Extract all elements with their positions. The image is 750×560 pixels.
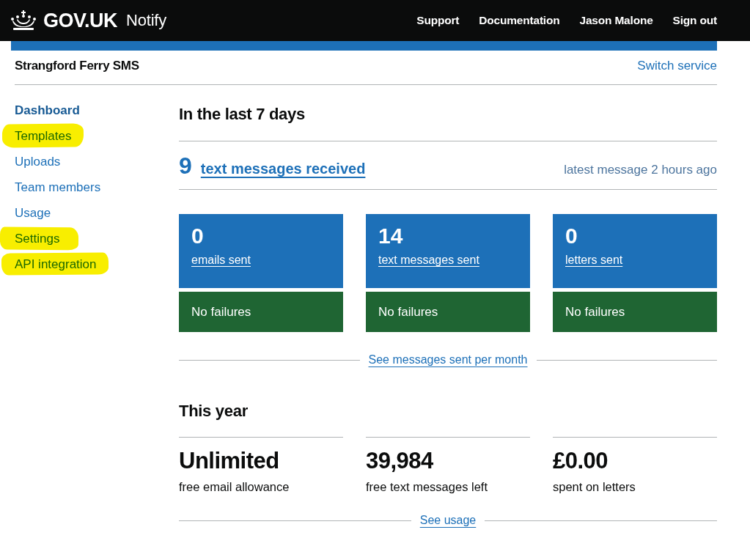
message-stat-cards: 0 emails sent No failures 14 text messag… [179,214,717,332]
letters-spend-label: spent on letters [553,480,717,494]
nav-user-link[interactable]: Jason Malone [580,14,653,27]
service-row: Strangford Ferry SMS Switch service [15,51,717,85]
letters-spend-stat: £0.00 spent on letters [553,437,717,494]
latest-message-timestamp: latest message 2 hours ago [564,163,717,177]
letters-card: 0 letters sent No failures [553,214,717,332]
see-messages-per-month-row: See messages sent per month [179,353,717,366]
emails-failures-box: No failures [179,292,343,332]
sidebar-item-usage[interactable]: Usage [15,207,179,219]
sidebar-item-dashboard-label[interactable]: Dashboard [15,103,80,117]
divider [179,360,360,361]
sidebar-item-dashboard[interactable]: Dashboard [15,104,179,117]
received-count: 9 [179,154,192,177]
divider [179,189,717,190]
letters-sent-count: 0 [565,225,717,247]
sidebar-item-uploads-label[interactable]: Uploads [15,155,60,169]
nav-support-link[interactable]: Support [416,14,459,27]
sidebar-item-api-integration[interactable]: API integration [15,258,179,270]
text-messages-left-value: 39,984 [366,449,530,472]
this-year-heading: This year [179,402,717,421]
year-stats: Unlimited free email allowance 39,984 fr… [179,437,717,494]
letters-sent-link[interactable]: letters sent [565,254,622,267]
divider [537,360,718,361]
text-messages-left-label: free text messages left [366,480,530,494]
text-messages-left-stat: 39,984 free text messages left [366,437,530,494]
emails-card: 0 emails sent No failures [179,214,343,332]
switch-service-link[interactable]: Switch service [637,59,717,73]
text-messages-received-link[interactable]: text messages received [201,161,366,177]
emails-failures-text: No failures [191,305,251,320]
sidebar-item-usage-label[interactable]: Usage [15,206,51,220]
header-bar: GOV.UK Notify Support Documentation Jaso… [0,0,750,41]
brand-blue-strip [11,41,717,51]
sidebar-item-templates-label[interactable]: Templates [15,129,71,143]
sidebar-item-settings-label[interactable]: Settings [15,232,59,246]
see-usage-row: See usage [179,514,717,527]
email-allowance-label: free email allowance [179,480,343,494]
texts-sent-box: 14 text messages sent [366,214,530,288]
email-allowance-value: Unlimited [179,449,343,472]
govuk-crown-icon [10,10,37,31]
divider [179,520,411,521]
texts-failures-box: No failures [366,292,530,332]
product-name[interactable]: Notify [126,11,166,30]
sidebar-nav: Dashboard Templates Uploads Team members… [0,85,179,527]
sidebar-item-team-members-label[interactable]: Team members [15,180,100,194]
divider [485,520,717,521]
see-messages-per-month-link[interactable]: See messages sent per month [369,353,528,366]
nav-documentation-link[interactable]: Documentation [479,14,559,27]
messages-received-row: 9 text messages received latest message … [179,154,717,177]
dashboard-main: In the last 7 days 9 text messages recei… [179,85,717,527]
texts-card: 14 text messages sent No failures [366,214,530,332]
divider [179,141,717,141]
sidebar-item-templates[interactable]: Templates [15,130,179,142]
sidebar-item-uploads[interactable]: Uploads [15,155,179,168]
emails-sent-box: 0 emails sent [179,214,343,288]
letters-sent-box: 0 letters sent [553,214,717,288]
sidebar-item-team-members[interactable]: Team members [15,181,179,194]
texts-sent-link[interactable]: text messages sent [378,254,479,267]
header-nav: Support Documentation Jason Malone Sign … [416,14,717,27]
service-name: Strangford Ferry SMS [15,59,139,73]
nav-sign-out-link[interactable]: Sign out [673,14,717,27]
texts-failures-text: No failures [378,305,438,320]
sidebar-item-settings[interactable]: Settings [15,232,179,245]
emails-sent-link[interactable]: emails sent [191,254,251,267]
last-7-days-heading: In the last 7 days [179,105,717,124]
letters-spend-value: £0.00 [553,449,717,472]
emails-sent-count: 0 [191,225,343,247]
sidebar-item-api-integration-label[interactable]: API integration [15,257,97,271]
texts-sent-count: 14 [378,225,530,247]
govuk-logotype[interactable]: GOV.UK [43,10,117,32]
email-allowance-stat: Unlimited free email allowance [179,437,343,494]
letters-failures-box: No failures [553,292,717,332]
letters-failures-text: No failures [565,305,625,320]
see-usage-link[interactable]: See usage [420,514,477,527]
